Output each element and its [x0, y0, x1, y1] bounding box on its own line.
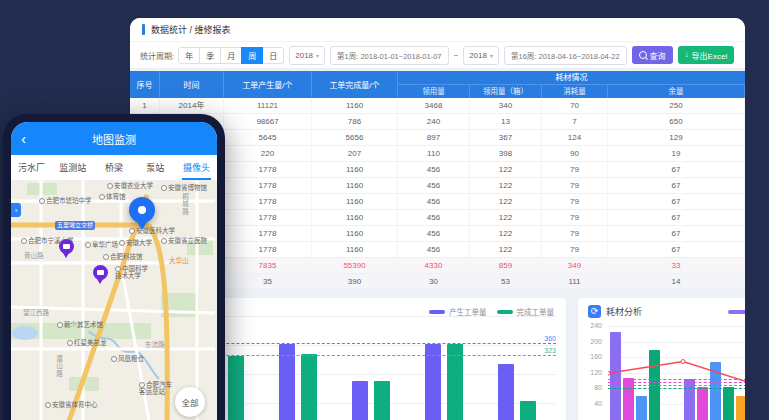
camera-pin[interactable] — [59, 239, 74, 254]
map-label: 安徽大学 — [119, 239, 152, 246]
show-all-button[interactable]: 全部 — [175, 387, 205, 417]
table-cell: 398 — [470, 146, 542, 161]
map-label: 体育馆 — [99, 193, 126, 200]
y-tick-label: 40 — [578, 400, 602, 407]
table-cell: 650 — [608, 114, 745, 129]
phone-tab-监测站[interactable]: 监测站 — [52, 155, 93, 180]
map-view[interactable]: › 全部 合肥市琥珀中学安徽农业大学体育馆安徽省博物馆五里墩立交桥合肥市宁溪小学… — [11, 181, 217, 420]
table-cell: 124 — [542, 130, 608, 145]
period-option-季[interactable]: 季 — [199, 47, 221, 64]
period-segmented-control: 年季月周日 — [179, 47, 284, 64]
week-from-input[interactable]: 第1周: 2018-01-01~2018-01-07 — [330, 46, 448, 65]
period-option-年[interactable]: 年 — [178, 47, 200, 64]
bar-产生工单量[interactable] — [498, 364, 514, 420]
map-label: 中国科学技术大学 — [115, 265, 151, 280]
table-cell: 129 — [608, 130, 745, 145]
table-cell: 456 — [398, 194, 470, 209]
map-label: 安徽农业大学 — [107, 182, 153, 189]
map-label: 五里墩立交桥 — [55, 221, 95, 230]
table-cell: 122 — [470, 242, 542, 257]
map-label: 赖少其艺术馆 — [57, 321, 103, 328]
map-roads — [11, 181, 215, 420]
table-group-header: 耗材情况领用量领用量（箱）消耗量余量 — [398, 71, 745, 98]
table-cell: 1160 — [312, 210, 398, 225]
range-separator: ~ — [454, 51, 459, 60]
trend-line — [608, 326, 745, 420]
map-label: 合肥汽车客运总站 — [139, 381, 175, 396]
bar-完成工单量[interactable] — [520, 401, 536, 420]
table-cell: 250 — [608, 98, 745, 113]
table-cell: 456 — [398, 226, 470, 241]
table-subcolumn-header: 领用量（箱） — [470, 85, 542, 98]
table-cell: 30 — [398, 274, 470, 289]
table-cell: 11121 — [224, 98, 312, 113]
camera-pin[interactable] — [93, 265, 108, 280]
search-icon — [639, 51, 647, 59]
table-cell: 3468 — [398, 98, 470, 113]
table-cell: 1160 — [312, 178, 398, 193]
period-option-周[interactable]: 周 — [241, 47, 263, 64]
table-subcolumn-header: 消耗量 — [542, 85, 608, 98]
phone-tab-摄像头[interactable]: 摄像头 — [176, 155, 217, 180]
period-option-月[interactable]: 月 — [220, 47, 242, 64]
table-group-header-label: 耗材情况 — [398, 71, 745, 85]
table-cell: 79 — [542, 226, 608, 241]
table-cell: 1160 — [312, 162, 398, 177]
table-cell: 79 — [542, 194, 608, 209]
bar-完成工单量[interactable] — [374, 381, 390, 420]
reference-label: 360 — [544, 335, 556, 342]
phone-tab-污水厂[interactable]: 污水厂 — [11, 155, 52, 180]
table-cell: 67 — [608, 194, 745, 209]
bar-完成工单量[interactable] — [301, 354, 317, 420]
refresh-icon: ⟳ — [588, 305, 601, 318]
phone-screen: ‹ 地图监测 污水厂监测站桥梁泵站摄像头 — [11, 122, 217, 420]
table-cell: 79 — [542, 210, 608, 225]
table-cell: 122 — [470, 178, 542, 193]
export-excel-button[interactable]: ↓ 导出Excel — [678, 46, 735, 64]
chart2-legend-swatch — [728, 310, 745, 314]
phone-tab-泵站[interactable]: 泵站 — [135, 155, 176, 180]
table-cell: 207 — [312, 146, 398, 161]
chevron-down-icon: ▾ — [490, 52, 493, 59]
consumable-bar-chart[interactable] — [608, 326, 745, 420]
week-to-input[interactable]: 第16周: 2018-04-16~2018-04-22 — [504, 46, 627, 65]
breadcrumb: 数据统计 / 维修报表 — [151, 23, 231, 36]
year-to-select[interactable]: 2018 ▾ — [463, 46, 499, 65]
table-cell: 7 — [542, 114, 608, 129]
export-button-label: 导出Excel — [692, 50, 728, 61]
query-button-label: 查询 — [650, 50, 666, 61]
y-tick-label: 240 — [578, 322, 602, 329]
map-label: 桐城路 — [181, 193, 188, 216]
table-cell: 79 — [542, 162, 608, 177]
legend-swatch — [429, 310, 445, 314]
map-label: 安徽省博物馆 — [161, 184, 207, 191]
table-cell: 1778 — [224, 162, 312, 177]
query-button[interactable]: 查询 — [632, 46, 673, 64]
back-icon[interactable]: ‹ — [21, 131, 26, 146]
chevron-down-icon: ▾ — [316, 52, 319, 59]
table-cell: 79 — [542, 178, 608, 193]
year-from-select[interactable]: 2018 ▾ — [289, 46, 325, 65]
table-cell: 67 — [608, 162, 745, 177]
table-cell: 859 — [470, 258, 542, 273]
selected-camera-pin[interactable] — [129, 197, 155, 223]
map-expander-button[interactable]: › — [11, 203, 21, 217]
table-column-header: 时间 — [160, 71, 224, 97]
table-cell: 122 — [470, 162, 542, 177]
download-icon: ↓ — [685, 51, 689, 59]
phone-title: 地图监测 — [92, 131, 136, 147]
table-cell: 79 — [542, 242, 608, 257]
table-subheader-row: 领用量领用量（箱）消耗量余量 — [398, 85, 745, 98]
bar-完成工单量[interactable] — [228, 356, 244, 420]
period-option-日[interactable]: 日 — [262, 47, 284, 64]
y-tick-label: 120 — [578, 369, 602, 376]
bar-产生工单量[interactable] — [352, 381, 368, 420]
phone-tab-桥梁[interactable]: 桥梁 — [93, 155, 134, 180]
breadcrumb-bar: 数据统计 / 维修报表 — [130, 18, 745, 42]
table-cell: 122 — [470, 226, 542, 241]
table-subcolumn-header: 余量 — [608, 85, 745, 98]
table-cell: 1160 — [312, 226, 398, 241]
table-cell: 1778 — [224, 242, 312, 257]
consumable-chart-card: ⟳ 耗材分析 2402001601208040 — [578, 298, 745, 420]
table-cell: 33 — [608, 258, 745, 273]
